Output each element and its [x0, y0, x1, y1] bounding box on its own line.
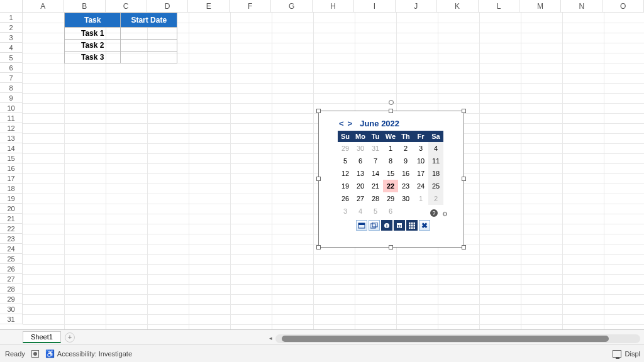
horizontal-scrollbar[interactable]: ◂ — [275, 334, 640, 343]
row-header[interactable]: 26 — [0, 264, 23, 274]
row-header[interactable]: 12 — [0, 123, 23, 133]
calendar-day[interactable]: 25 — [428, 180, 443, 192]
scroll-left-arrow[interactable]: ◂ — [267, 335, 274, 343]
resize-handle[interactable] — [316, 177, 321, 181]
table-row[interactable]: Task 2 — [65, 40, 177, 52]
calendar-day[interactable]: 6 — [353, 155, 368, 167]
column-header[interactable]: I — [354, 0, 396, 13]
start-date-cell[interactable] — [121, 40, 177, 52]
calendar-day[interactable]: 5 — [368, 205, 383, 217]
cal-tool-btn-1[interactable] — [356, 220, 367, 231]
rotate-handle[interactable] — [389, 100, 394, 105]
resize-handle[interactable] — [316, 245, 321, 250]
calendar-day[interactable]: 17 — [413, 167, 428, 180]
row-header[interactable]: 4 — [0, 43, 23, 53]
calendar-day[interactable]: 4 — [353, 205, 368, 217]
row-header[interactable]: 17 — [0, 173, 23, 184]
row-header[interactable]: 14 — [0, 143, 23, 153]
resize-handle[interactable] — [462, 177, 466, 181]
macro-record-icon[interactable] — [31, 350, 39, 358]
resize-handle[interactable] — [316, 109, 321, 113]
start-date-cell[interactable] — [121, 52, 177, 63]
calendar-day[interactable]: 15 — [383, 167, 398, 180]
task-name-cell[interactable]: Task 3 — [65, 52, 121, 63]
calendar-day[interactable]: 7 — [368, 155, 383, 167]
resize-handle[interactable] — [462, 109, 466, 113]
calendar-day[interactable]: 29 — [383, 192, 398, 205]
column-header[interactable]: H — [313, 0, 354, 13]
calendar-day[interactable]: 19 — [338, 180, 353, 192]
cal-tool-btn-5[interactable] — [406, 220, 418, 231]
column-header[interactable]: L — [479, 0, 520, 13]
row-header[interactable]: 5 — [0, 53, 23, 63]
calendar-day[interactable]: 20 — [353, 180, 368, 192]
calendar-day[interactable]: 11 — [428, 155, 443, 167]
cal-tool-btn-4[interactable]: 12 — [394, 220, 405, 231]
calendar-day[interactable]: 14 — [368, 167, 383, 180]
row-header[interactable]: 8 — [0, 83, 23, 93]
row-header[interactable]: 13 — [0, 133, 23, 143]
next-month-button[interactable]: > — [348, 119, 353, 128]
calendar-day[interactable]: 8 — [383, 155, 398, 167]
calendar-day[interactable]: 2 — [428, 192, 443, 205]
row-header[interactable]: 7 — [0, 73, 23, 83]
calendar-day[interactable]: 13 — [353, 167, 368, 180]
row-header[interactable]: 15 — [0, 153, 23, 163]
column-header[interactable]: B — [64, 0, 106, 13]
calendar-day-today[interactable]: 22 — [383, 180, 398, 192]
row-header[interactable]: 24 — [0, 244, 23, 254]
calendar-day[interactable]: 1 — [413, 192, 428, 205]
column-header[interactable]: M — [519, 0, 561, 13]
calendar-day[interactable]: 2 — [398, 142, 413, 155]
resize-handle[interactable] — [462, 245, 466, 250]
row-header[interactable]: 31 — [0, 314, 23, 324]
start-date-cell[interactable] — [121, 28, 177, 40]
task-name-cell[interactable]: Task 1 — [65, 28, 121, 40]
cal-tool-btn-2[interactable] — [369, 220, 380, 231]
calendar-day[interactable]: 26 — [338, 192, 353, 205]
scroll-thumb[interactable] — [282, 336, 609, 342]
calendar-day[interactable]: 1 — [383, 142, 398, 155]
calendar-day[interactable]: 3 — [338, 205, 353, 217]
row-header[interactable]: 6 — [0, 63, 23, 73]
row-header[interactable]: 16 — [0, 163, 23, 173]
calendar-day[interactable]: 16 — [398, 167, 413, 180]
add-sheet-button[interactable]: + — [65, 332, 75, 343]
row-header[interactable]: 18 — [0, 184, 23, 194]
date-picker-object[interactable]: < > June 2022 SuMoTuWeThFrSa293031123456… — [318, 111, 464, 248]
resize-handle[interactable] — [389, 109, 393, 113]
calendar-day[interactable]: 9 — [398, 155, 413, 167]
row-header[interactable]: 23 — [0, 234, 23, 244]
task-name-cell[interactable]: Task 2 — [65, 40, 121, 52]
column-header[interactable]: O — [602, 0, 644, 13]
column-header[interactable]: A — [23, 0, 64, 13]
select-all-corner[interactable] — [0, 0, 23, 13]
row-header[interactable]: 9 — [0, 93, 23, 103]
calendar-day[interactable]: 30 — [398, 192, 413, 205]
column-header[interactable]: J — [396, 0, 437, 13]
column-header[interactable]: K — [437, 0, 479, 13]
gear-icon[interactable]: ⚙ — [440, 209, 449, 218]
calendar-day[interactable]: 30 — [353, 142, 368, 155]
row-header[interactable]: 1 — [0, 13, 23, 23]
calendar-day[interactable]: 18 — [428, 167, 443, 180]
calendar-day[interactable]: 21 — [368, 180, 383, 192]
row-header[interactable]: 29 — [0, 294, 23, 304]
cal-close-button[interactable]: ✖ — [419, 220, 430, 231]
row-header[interactable]: 19 — [0, 194, 23, 204]
row-header[interactable]: 11 — [0, 113, 23, 123]
row-header[interactable]: 21 — [0, 214, 23, 224]
calendar-day[interactable]: 10 — [413, 155, 428, 167]
calendar-day[interactable]: 31 — [368, 142, 383, 155]
column-header[interactable]: C — [106, 0, 147, 13]
table-row[interactable]: Task 1 — [65, 28, 177, 40]
calendar-day[interactable]: 4 — [428, 142, 443, 155]
table-row[interactable]: Task 3 — [65, 52, 177, 63]
row-header[interactable]: 3 — [0, 33, 23, 43]
resize-handle[interactable] — [389, 245, 393, 250]
row-header[interactable]: 28 — [0, 284, 23, 294]
calendar-day[interactable]: 27 — [353, 192, 368, 205]
row-header[interactable]: 10 — [0, 103, 23, 113]
column-header[interactable]: D — [147, 0, 189, 13]
calendar-day[interactable]: 12 — [338, 167, 353, 180]
